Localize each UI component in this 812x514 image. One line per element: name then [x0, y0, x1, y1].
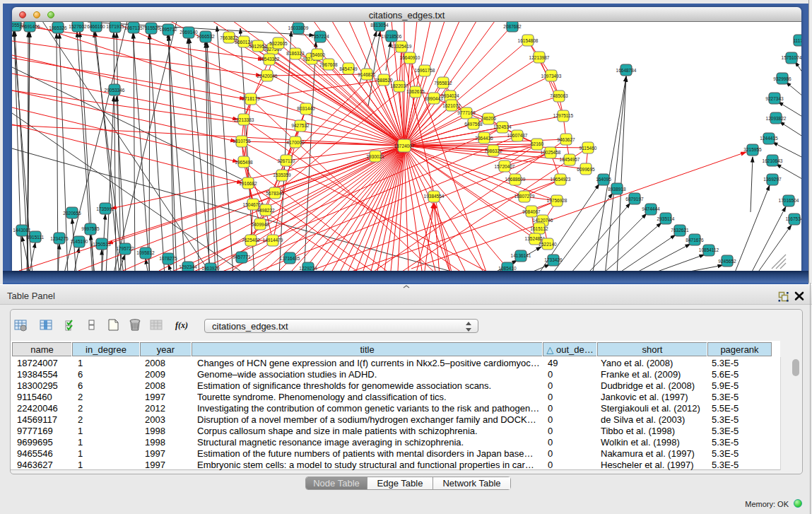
svg-text:16210643: 16210643: [763, 158, 783, 163]
svg-text:3915111: 3915111: [27, 235, 45, 240]
svg-text:7588520: 7588520: [375, 78, 393, 83]
svg-text:1292344: 1292344: [179, 264, 197, 269]
svg-text:1250513: 1250513: [93, 242, 111, 247]
svg-text:8813054: 8813054: [370, 23, 389, 28]
svg-text:8471676: 8471676: [686, 238, 704, 243]
svg-text:16961758: 16961758: [415, 68, 435, 73]
svg-text:1362615: 1362615: [406, 89, 425, 94]
svg-text:16640910: 16640910: [400, 55, 420, 60]
svg-text:3267110: 3267110: [278, 158, 295, 163]
svg-text:8454749: 8454749: [339, 66, 358, 71]
svg-text:1810755: 1810755: [233, 139, 251, 144]
svg-text:5678340: 5678340: [266, 191, 284, 196]
svg-text:6879197: 6879197: [625, 197, 644, 201]
svg-text:1369297: 1369297: [763, 177, 782, 182]
svg-text:f(x): f(x): [175, 320, 188, 330]
svg-text:2364436: 2364436: [475, 136, 493, 141]
svg-text:1916682: 1916682: [239, 181, 257, 186]
svg-text:2522140: 2522140: [539, 242, 557, 247]
svg-text:9997585: 9997585: [81, 226, 100, 231]
svg-text:8186323: 8186323: [286, 51, 305, 56]
svg-text:7625402: 7625402: [242, 238, 260, 243]
svg-text:8938918: 8938918: [608, 187, 626, 192]
svg-text:9427532: 9427532: [291, 123, 310, 128]
svg-text:10854112: 10854112: [699, 247, 719, 252]
svg-text:10607487: 10607487: [507, 133, 528, 138]
svg-text:19756928: 19756928: [547, 198, 567, 203]
svg-text:1822037: 1822037: [390, 83, 408, 88]
svg-text:14914479: 14914479: [263, 238, 283, 243]
svg-text:4170000: 4170000: [286, 140, 305, 145]
svg-text:19654923: 19654923: [551, 177, 571, 182]
svg-text:9084067: 9084067: [522, 209, 541, 214]
svg-text:20691406: 20691406: [20, 24, 40, 29]
svg-text:12093822: 12093822: [766, 116, 787, 121]
svg-text:7986322: 7986322: [484, 148, 502, 153]
svg-text:9115460: 9115460: [579, 146, 597, 151]
svg-text:1535359: 1535359: [273, 173, 291, 177]
svg-text:29053346: 29053346: [105, 88, 125, 93]
svg-text:16033809: 16033809: [288, 25, 309, 30]
svg-text:6497568: 6497568: [464, 122, 483, 127]
svg-text:15751074: 15751074: [782, 55, 801, 60]
svg-text:16154808: 16154808: [518, 38, 539, 43]
svg-text:1234275: 1234275: [50, 236, 69, 241]
svg-text:9474444: 9474444: [642, 206, 660, 211]
svg-text:2935114: 2935114: [657, 216, 675, 221]
svg-text:4498222: 4498222: [257, 208, 275, 213]
svg-text:2069140: 2069140: [180, 30, 198, 35]
svg-text:6466160: 6466160: [87, 24, 105, 29]
svg-text:13325419: 13325419: [392, 44, 412, 49]
svg-text:6934024: 6934024: [441, 93, 459, 98]
svg-text:6099695: 6099695: [577, 167, 595, 172]
svg-text:12213383: 12213383: [234, 117, 254, 122]
svg-text:9777169: 9777169: [457, 110, 476, 115]
svg-text:16648784: 16648784: [616, 68, 637, 73]
svg-text:9146821: 9146821: [358, 72, 376, 77]
svg-text:154600: 154600: [310, 52, 325, 57]
svg-text:19218506: 19218506: [382, 34, 402, 39]
svg-text:2020655: 2020655: [63, 211, 81, 216]
svg-text:2967608: 2967608: [319, 62, 338, 67]
svg-text:9329986: 9329986: [773, 76, 792, 81]
svg-text:1615132: 1615132: [530, 226, 548, 231]
svg-text:7632621: 7632621: [671, 228, 689, 233]
svg-text:19384554: 19384554: [424, 194, 445, 199]
svg-text:18807279: 18807279: [514, 194, 535, 199]
svg-text:1443081: 1443081: [13, 228, 31, 233]
svg-text:1621072: 1621072: [442, 103, 461, 108]
svg-text:22420046: 22420046: [257, 74, 278, 78]
svg-text:1066532: 1066532: [196, 34, 215, 39]
svg-text:18454957: 18454957: [560, 157, 580, 162]
svg-text:1463920: 1463920: [201, 266, 220, 271]
svg-text:1733426: 1733426: [544, 257, 563, 262]
svg-text:1071915: 1071915: [106, 24, 124, 29]
svg-text:5409948: 5409948: [251, 222, 269, 227]
svg-text:1085410: 1085410: [498, 266, 517, 271]
svg-text:1095712: 1095712: [159, 27, 177, 32]
svg-text:7357224: 7357224: [311, 34, 329, 39]
svg-text:746206: 746206: [481, 116, 496, 121]
svg-text:1229234: 1229234: [299, 266, 317, 271]
svg-text:15720407: 15720407: [495, 164, 515, 169]
svg-text:1735992: 1735992: [96, 206, 114, 211]
svg-text:9457771: 9457771: [233, 255, 251, 259]
svg-text:8990443: 8990443: [425, 96, 443, 101]
svg-text:5322605: 5322605: [269, 41, 288, 46]
svg-text:14136141: 14136141: [511, 253, 531, 258]
svg-text:18724007: 18724007: [394, 144, 415, 148]
svg-text:8031440: 8031440: [297, 106, 315, 111]
svg-text:10543362: 10543362: [259, 57, 280, 62]
svg-text:12213987: 12213987: [529, 55, 550, 60]
svg-text:164095: 164095: [596, 177, 611, 182]
svg-text:1795722: 1795722: [116, 246, 134, 251]
svg-text:9227343: 9227343: [765, 96, 784, 101]
svg-text:1067135: 1067135: [124, 25, 143, 30]
svg-text:62160: 62160: [531, 141, 543, 146]
svg-text:10688609: 10688609: [505, 177, 526, 182]
svg-text:1095812: 1095812: [136, 250, 155, 255]
svg-text:13716485: 13716485: [280, 256, 300, 261]
svg-text:2930021: 2930021: [366, 154, 384, 159]
svg-text:1167534: 1167534: [786, 216, 801, 221]
svg-text:1244415: 1244415: [760, 136, 778, 141]
